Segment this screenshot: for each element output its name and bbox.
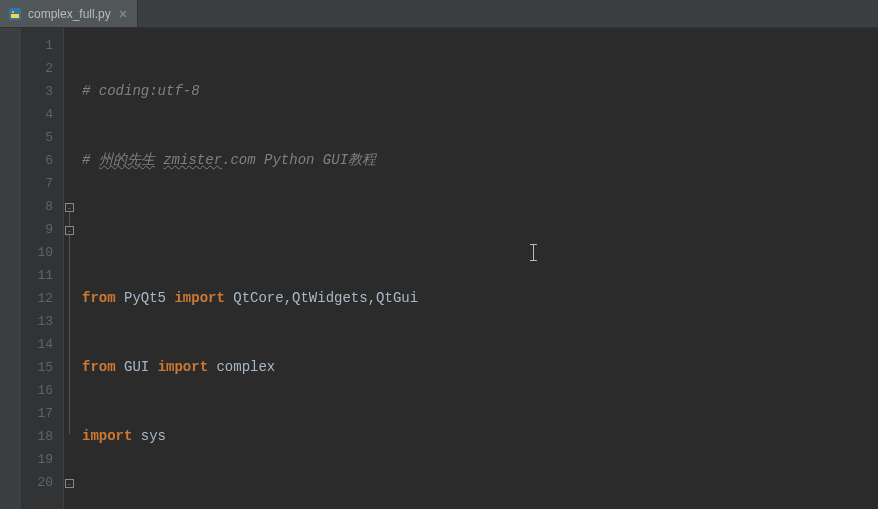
fold-marker[interactable]: - xyxy=(65,226,74,235)
code-line: import sys xyxy=(78,425,878,448)
code-line xyxy=(78,494,878,509)
line-number: 1 xyxy=(22,34,63,57)
line-number: 6 xyxy=(22,149,63,172)
close-icon[interactable] xyxy=(117,8,129,20)
line-number: 20 xyxy=(22,471,63,494)
python-file-icon xyxy=(8,7,22,21)
code-line: from GUI import complex xyxy=(78,356,878,379)
line-number: 16 xyxy=(22,379,63,402)
file-tab[interactable]: complex_full.py xyxy=(0,0,138,27)
line-number: 4 xyxy=(22,103,63,126)
line-number: 12 xyxy=(22,287,63,310)
code-editor[interactable]: # coding:utf-8 # 州的先生 zmister.com Python… xyxy=(78,28,878,509)
editor-area: 1234567891011121314151617181920 - - - # … xyxy=(0,28,878,509)
line-number: 13 xyxy=(22,310,63,333)
line-number: 8 xyxy=(22,195,63,218)
fold-marker[interactable]: - xyxy=(65,479,74,488)
line-number: 15 xyxy=(22,356,63,379)
line-number: 17 xyxy=(22,402,63,425)
tab-label: complex_full.py xyxy=(28,7,111,21)
fold-marker[interactable]: - xyxy=(65,203,74,212)
svg-point-1 xyxy=(12,11,14,13)
fold-strip: - - - xyxy=(64,28,78,509)
code-line xyxy=(78,218,878,241)
line-number: 3 xyxy=(22,80,63,103)
line-number: 19 xyxy=(22,448,63,471)
line-number: 7 xyxy=(22,172,63,195)
line-number: 11 xyxy=(22,264,63,287)
line-number: 9 xyxy=(22,218,63,241)
line-number: 18 xyxy=(22,425,63,448)
line-number: 2 xyxy=(22,57,63,80)
code-line: # 州的先生 zmister.com Python GUI教程 xyxy=(78,149,878,172)
line-number: 14 xyxy=(22,333,63,356)
text-caret xyxy=(533,244,534,261)
line-number-gutter: 1234567891011121314151617181920 xyxy=(22,28,64,509)
nav-strip xyxy=(0,28,22,509)
code-line: # coding:utf-8 xyxy=(78,80,878,103)
tab-bar: complex_full.py xyxy=(0,0,878,28)
code-line: from PyQt5 import QtCore,QtWidgets,QtGui xyxy=(78,287,878,310)
line-number: 10 xyxy=(22,241,63,264)
line-number: 5 xyxy=(22,126,63,149)
